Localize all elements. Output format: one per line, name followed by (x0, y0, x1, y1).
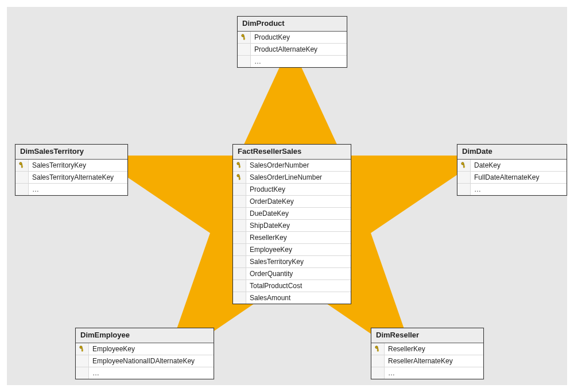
pk-cell (457, 160, 471, 171)
svg-rect-20 (464, 167, 465, 168)
svg-rect-19 (464, 166, 466, 166)
table-title: DimReseller (371, 328, 483, 343)
svg-rect-3 (245, 38, 246, 38)
column-name: SalesTerritoryKey (246, 256, 351, 267)
key-icon (19, 162, 25, 169)
key-icon (375, 346, 381, 352)
svg-rect-27 (378, 350, 379, 350)
table-row[interactable]: … (76, 367, 214, 379)
table-row[interactable]: DateKey (457, 160, 567, 172)
table-row[interactable]: … (371, 367, 483, 379)
column-name: ProductAlternateKey (251, 44, 347, 55)
column-name: DueDateKey (246, 208, 351, 219)
pk-cell (233, 292, 246, 304)
column-name: SalesTerritoryAlternateKey (29, 172, 127, 183)
table-row[interactable]: ProductAlternateKey (238, 44, 347, 56)
diagram-canvas: DimProduct ProductKey ProductAlternateKe… (0, 0, 574, 392)
svg-rect-24 (83, 351, 83, 351)
pk-cell (76, 343, 89, 355)
pk-cell (371, 355, 385, 367)
table-row[interactable]: FullDateAlternateKey (457, 172, 567, 184)
table-rows: SalesOrderNumber SalesOrderLineNumber Pr… (233, 160, 351, 304)
pk-cell (238, 44, 251, 55)
table-rows: SalesTerritoryKey SalesTerritoryAlternat… (15, 160, 127, 195)
table-row[interactable]: TotalProductCost (233, 280, 351, 292)
pk-cell (233, 280, 246, 292)
table-row[interactable]: EmployeeNationalIDAlternateKey (76, 355, 214, 367)
table-dimdate[interactable]: DimDate DateKey FullDateAlternateKey … (457, 144, 567, 196)
table-row[interactable]: … (457, 184, 567, 195)
column-name: ResellerKey (385, 343, 483, 355)
column-name: EmployeeKey (246, 244, 351, 255)
table-dimsalesterritory[interactable]: DimSalesTerritory SalesTerritoryKey Sale… (15, 144, 128, 196)
column-name: OrderDateKey (246, 196, 351, 207)
svg-rect-28 (378, 351, 379, 351)
table-rows: EmployeeKey EmployeeNationalIDAlternateK… (76, 343, 214, 379)
table-rows: ResellerKey ResellerAlternateKey … (371, 343, 483, 379)
table-row[interactable]: SalesOrderLineNumber (233, 172, 351, 184)
column-name: OrderQuantity (246, 268, 351, 280)
svg-rect-8 (22, 167, 23, 168)
table-row[interactable]: SalesTerritoryAlternateKey (15, 172, 127, 184)
table-row[interactable]: EmployeeKey (76, 343, 214, 355)
table-row[interactable]: ShipDateKey (233, 220, 351, 232)
key-icon (241, 34, 247, 41)
table-row[interactable]: SalesOrderNumber (233, 160, 351, 172)
key-icon (236, 174, 242, 181)
pk-cell (371, 367, 385, 379)
table-row[interactable]: EmployeeKey (233, 244, 351, 256)
table-row[interactable]: SalesTerritoryKey (233, 256, 351, 268)
table-row[interactable]: OrderQuantity (233, 268, 351, 280)
table-title: DimSalesTerritory (15, 145, 127, 160)
table-title: FactResellerSales (233, 145, 351, 160)
column-name: TotalProductCost (246, 280, 351, 292)
more-columns: … (29, 184, 127, 195)
table-row[interactable]: SalesTerritoryKey (15, 160, 127, 172)
table-row[interactable]: DueDateKey (233, 208, 351, 220)
key-icon (461, 162, 467, 169)
pk-cell (371, 343, 385, 355)
pk-cell (233, 256, 246, 267)
table-row[interactable]: … (15, 184, 127, 195)
table-row[interactable]: ProductKey (238, 32, 347, 44)
pk-cell (15, 160, 29, 171)
svg-rect-16 (240, 179, 241, 180)
table-rows: ProductKey ProductAlternateKey … (238, 32, 347, 67)
more-columns: … (89, 367, 214, 379)
table-factresellersales[interactable]: FactResellerSales SalesOrderNumber Sales… (232, 144, 351, 304)
pk-cell (233, 244, 246, 255)
pk-cell (233, 232, 246, 243)
pk-cell (238, 32, 251, 43)
table-row[interactable]: SalesAmount (233, 292, 351, 304)
column-name: ProductKey (246, 184, 351, 195)
column-name: EmployeeNationalIDAlternateKey (89, 355, 214, 367)
table-row[interactable]: ResellerKey (371, 343, 483, 355)
table-row[interactable]: ResellerAlternateKey (371, 355, 483, 367)
table-dimemployee[interactable]: DimEmployee EmployeeKey EmployeeNational… (75, 328, 214, 379)
table-row[interactable]: ProductKey (233, 184, 351, 196)
table-title: DimProduct (238, 17, 347, 32)
column-name: SalesOrderLineNumber (246, 172, 351, 183)
column-name: ResellerAlternateKey (385, 355, 483, 367)
column-name: SalesOrderNumber (246, 160, 351, 171)
more-columns: … (251, 56, 347, 67)
column-name: ResellerKey (246, 232, 351, 243)
table-row[interactable]: … (238, 56, 347, 67)
pk-cell (233, 160, 246, 171)
pk-cell (233, 196, 246, 207)
pk-cell (15, 172, 29, 183)
more-columns: … (471, 184, 567, 195)
table-row[interactable]: ResellerKey (233, 232, 351, 244)
column-name: EmployeeKey (89, 343, 214, 355)
table-row[interactable]: OrderDateKey (233, 196, 351, 208)
key-icon (79, 346, 85, 352)
table-dimproduct[interactable]: DimProduct ProductKey ProductAlternateKe… (237, 16, 347, 68)
svg-rect-12 (240, 167, 241, 168)
table-title: DimDate (457, 145, 567, 160)
svg-rect-23 (83, 350, 84, 350)
table-dimreseller[interactable]: DimReseller ResellerKey ResellerAlternat… (371, 328, 484, 379)
pk-cell (457, 184, 471, 195)
key-icon (236, 162, 242, 169)
column-name: SalesAmount (246, 292, 351, 304)
column-name: FullDateAlternateKey (471, 172, 567, 183)
